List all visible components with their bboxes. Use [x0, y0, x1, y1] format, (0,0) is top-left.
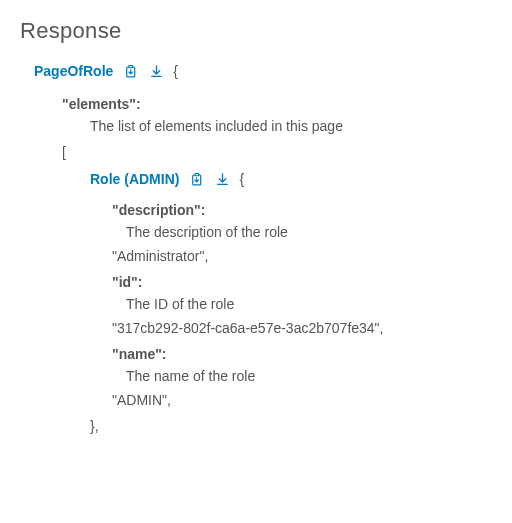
nested-open-brace: { [239, 171, 244, 187]
field-desc-name: The name of the role [20, 368, 496, 384]
field-key-elements: "elements": [20, 96, 496, 112]
download-icon[interactable] [213, 170, 231, 188]
svg-rect-1 [129, 65, 133, 67]
nested-schema-header-row: Role (ADMIN) { [20, 170, 496, 188]
field-key-name: "name": [20, 346, 496, 362]
field-key-id: "id": [20, 274, 496, 290]
field-key-description: "description": [20, 202, 496, 218]
array-open-bracket: [ [20, 144, 496, 160]
field-desc-id: The ID of the role [20, 296, 496, 312]
field-value-id: "317cb292-802f-ca6a-e57e-3ac2b707fe34", [20, 320, 496, 336]
schema-header-row: PageOfRole { [20, 62, 496, 80]
field-desc-description: The description of the role [20, 224, 496, 240]
field-value-name: "ADMIN", [20, 392, 496, 408]
field-value-description: "Administrator", [20, 248, 496, 264]
field-desc-elements: The list of elements included in this pa… [20, 118, 496, 134]
open-brace: { [173, 63, 178, 79]
clipboard-icon[interactable] [121, 62, 139, 80]
download-icon[interactable] [147, 62, 165, 80]
schema-type-link[interactable]: PageOfRole [34, 63, 113, 79]
clipboard-icon[interactable] [187, 170, 205, 188]
svg-rect-3 [195, 173, 199, 175]
nested-close-brace: }, [20, 418, 496, 434]
response-heading: Response [20, 18, 496, 44]
nested-schema-type-link[interactable]: Role (ADMIN) [90, 171, 179, 187]
